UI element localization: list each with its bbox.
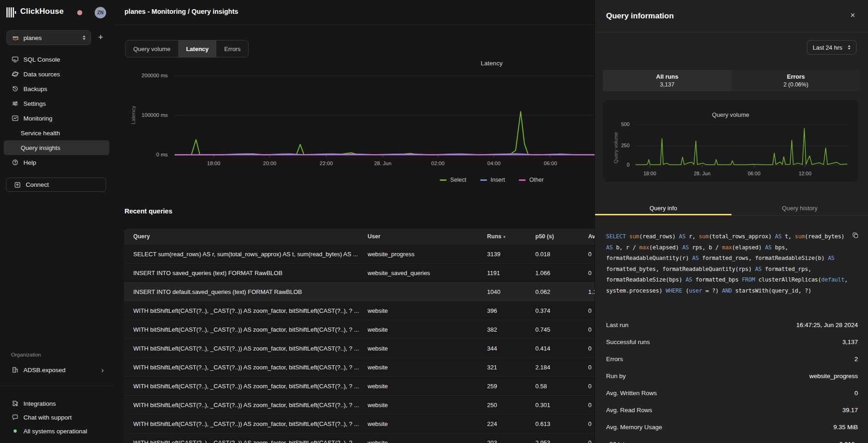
- p50-cell: 0.301: [535, 402, 588, 408]
- building-icon: [11, 366, 19, 374]
- backups-icon: [11, 85, 19, 92]
- table-row[interactable]: SELECT sum(read_rows) AS r, sum(total_ro…: [124, 244, 595, 263]
- query-cell: WITH bitShiftLeft(CAST(?..), _CAST(?..))…: [124, 307, 368, 314]
- sidebar-item-data-sources[interactable]: Data sources: [4, 67, 109, 81]
- volume-y-tick: 500: [612, 121, 630, 127]
- sidebar-item-label: Settings: [23, 100, 46, 107]
- sidebar-item-label: Chat with support: [23, 414, 72, 421]
- time-range-select[interactable]: Last 24 hrs: [807, 40, 857, 55]
- tab-errors[interactable]: Errors: [216, 40, 248, 57]
- x-tick-label: 06:00: [530, 161, 571, 166]
- column-header-user[interactable]: User: [368, 233, 487, 240]
- connect-button[interactable]: Connect: [6, 178, 106, 192]
- stat-value: 0: [854, 390, 858, 397]
- sidebar-item-settings[interactable]: Settings: [4, 96, 109, 111]
- table-row[interactable]: WITH bitShiftLeft(CAST(?..), _CAST(?..))…: [124, 301, 595, 320]
- avg-cell: 0: [588, 270, 595, 276]
- metric-tabs: Query volume Latency Errors: [125, 40, 249, 58]
- sql-line: system.processes) WHERE (user = ?) AND s…: [606, 286, 857, 297]
- sidebar-item-query-insights[interactable]: Query insights: [4, 140, 109, 155]
- legend-swatch: [519, 179, 526, 181]
- tab-query-volume[interactable]: Query volume: [125, 40, 178, 57]
- table-row[interactable]: WITH bitShiftLeft(CAST(?..), _CAST(?..))…: [124, 395, 595, 414]
- table-row[interactable]: INSERT INTO default.saved_queries (text)…: [124, 282, 595, 301]
- sidebar-item-backups[interactable]: Backups: [4, 81, 109, 96]
- column-header-p50-s-[interactable]: p50 (s): [535, 233, 588, 240]
- table-row[interactable]: WITH bitShiftLeft(CAST(?..), _CAST(?..))…: [124, 414, 595, 433]
- stat-row-p50-latency: p50 latency0.018s: [606, 436, 858, 443]
- sidebar-item-chat-with-support[interactable]: Chat with support: [4, 410, 109, 424]
- summary-tab-value: 3,137: [660, 81, 674, 88]
- query-stats-list: Last run16:47:25, Jun 28 2024Successful …: [606, 316, 858, 443]
- avg-cell: 0: [588, 364, 595, 371]
- latency-y-tick: 0 ms: [122, 152, 168, 157]
- query-volume-card: Query volume Query volume 500 250 0 18:0…: [603, 100, 858, 182]
- sidebar-item-monitoring[interactable]: Monitoring: [4, 111, 109, 126]
- summary-tab-all-runs[interactable]: All runs 3,137: [603, 70, 732, 91]
- latency-y-tick: 200000 ms: [122, 73, 168, 78]
- column-header-query[interactable]: Query: [124, 233, 368, 240]
- organization-name: ADSB.exposed: [23, 367, 66, 374]
- table-row[interactable]: WITH bitShiftLeft(CAST(?..), _CAST(?..))…: [124, 376, 595, 395]
- chevron-right-icon: ›: [101, 366, 104, 374]
- sidebar-item-sql-console[interactable]: SQL Console: [4, 52, 109, 67]
- table-row[interactable]: WITH bitShiftLeft(CAST(?..), _CAST(?..))…: [124, 320, 595, 339]
- stat-row-last-run: Last run16:47:25, Jun 28 2024: [606, 316, 858, 334]
- sidebar-item-all-systems-operational[interactable]: All systems operational: [4, 424, 109, 438]
- user-cell: website: [368, 439, 487, 443]
- sidebar-nav: SQL ConsoleData sourcesBackupsSettingsMo…: [0, 52, 113, 170]
- sort-descending-icon: ▾: [503, 235, 505, 239]
- copy-icon[interactable]: [852, 232, 859, 240]
- stat-value: 2: [854, 356, 858, 362]
- column-header-avg-[interactable]: Avg.: [588, 233, 595, 240]
- tab-query-info[interactable]: Query info: [595, 201, 732, 215]
- p50-cell: 0.414: [535, 345, 588, 352]
- table-row[interactable]: INSERT INTO saved_queries (text) FORMAT …: [124, 263, 595, 282]
- sidebar-footer: IntegrationsChat with supportAll systems…: [4, 397, 109, 438]
- latency-legend: SelectInsertOther: [377, 177, 595, 183]
- service-selector[interactable]: aws planes: [6, 30, 91, 45]
- stat-label: Avg. Read Rows: [606, 407, 652, 414]
- organization-row[interactable]: ADSB.exposed ›: [4, 363, 109, 377]
- legend-item-other[interactable]: Other: [519, 177, 544, 183]
- table-row[interactable]: WITH bitShiftLeft(CAST(?..), _CAST(?..))…: [124, 433, 595, 443]
- query-cell: SELECT sum(read_rows) AS r, sum(total_ro…: [124, 251, 368, 258]
- query-cell: INSERT INTO saved_queries (text) FORMAT …: [124, 270, 368, 276]
- tab-query-history[interactable]: Query history: [732, 201, 868, 215]
- table-row[interactable]: WITH bitShiftLeft(CAST(?..), _CAST(?..))…: [124, 339, 595, 357]
- x-tick-label: 02:00: [417, 161, 459, 166]
- presence-dot-icon: [77, 10, 82, 15]
- table-row[interactable]: WITH bitShiftLeft(CAST(?..), _CAST(?..))…: [124, 357, 595, 376]
- runs-cell: 382: [487, 326, 535, 333]
- add-service-button[interactable]: +: [94, 30, 108, 44]
- user-cell: website: [368, 345, 487, 352]
- sidebar-item-help[interactable]: Help: [4, 155, 109, 170]
- p50-cell: 0.374: [535, 307, 588, 314]
- legend-item-insert[interactable]: Insert: [480, 177, 505, 183]
- sidebar-item-service-health[interactable]: Service health: [4, 126, 109, 140]
- query-volume-chart[interactable]: [635, 100, 849, 169]
- user-avatar[interactable]: ZN: [95, 7, 106, 18]
- user-cell: website_progress: [368, 251, 487, 258]
- summary-tab-errors[interactable]: Errors 2 (0.06%): [732, 70, 860, 91]
- runs-cell: 203: [487, 439, 535, 443]
- legend-item-select[interactable]: Select: [440, 177, 466, 183]
- stat-label: Avg. Memory Usage: [606, 424, 662, 431]
- query-cell: WITH bitShiftLeft(CAST(?..), _CAST(?..))…: [124, 420, 368, 427]
- column-header-runs[interactable]: Runs▾: [487, 233, 535, 240]
- runs-cell: 344: [487, 345, 535, 352]
- x-tick-label: 12:00: [787, 171, 823, 176]
- clickhouse-logo-icon[interactable]: [6, 7, 17, 17]
- runs-cell: 321: [487, 364, 535, 371]
- info-tabs: Query info Query history: [595, 201, 868, 216]
- close-icon[interactable]: ×: [847, 10, 858, 21]
- table-body: SELECT sum(read_rows) AS r, sum(total_ro…: [124, 244, 595, 443]
- latency-chart[interactable]: [175, 60, 595, 168]
- chevron-updown-icon: [83, 35, 85, 40]
- sidebar-divider: [0, 385, 113, 386]
- tab-latency[interactable]: Latency: [178, 40, 216, 57]
- stat-row-run-by: Run bywebsite_progress: [606, 368, 858, 385]
- runs-cell: 259: [487, 383, 535, 390]
- stat-label: Avg. Written Rows: [606, 390, 657, 397]
- sidebar-item-integrations[interactable]: Integrations: [4, 397, 109, 410]
